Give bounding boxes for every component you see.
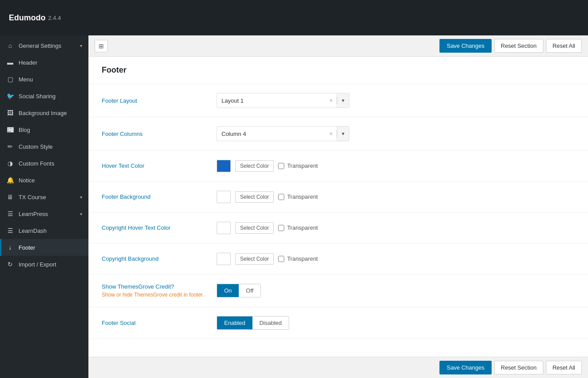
setting-label-footer-layout: Footer Layout bbox=[102, 97, 217, 104]
sidebar-item-header[interactable]: ▬Header bbox=[0, 54, 88, 71]
sidebar-item-general-settings[interactable]: ⌂General Settings▾ bbox=[0, 37, 88, 54]
top-save-button[interactable]: Save Changes bbox=[439, 39, 491, 53]
dropdown-footer-columns[interactable]: Column 4×▾ bbox=[217, 126, 349, 141]
section-title: Footer bbox=[88, 57, 588, 84]
transparent-label-hover-text-color: Transparent bbox=[287, 162, 318, 169]
sidebar-icon-header: ▬ bbox=[6, 58, 14, 66]
select-color-button-hover-text-color[interactable]: Select Color bbox=[235, 160, 274, 172]
setting-label-show-themesgrove-credit: Show ThemesGrove Credit? bbox=[102, 283, 217, 290]
setting-label-hover-text-color: Hover Text Color bbox=[102, 162, 217, 169]
select-color-button-copyright-hover-text-color[interactable]: Select Color bbox=[235, 222, 274, 234]
layout-icon-button[interactable]: ⊞ bbox=[95, 40, 108, 52]
sidebar-label-blog: Blog bbox=[19, 127, 82, 133]
sidebar-item-tx-course[interactable]: 🖥TX Course▾ bbox=[0, 189, 88, 205]
sidebar-icon-footer: ↓ bbox=[6, 243, 14, 251]
dropdown-clear-footer-layout[interactable]: × bbox=[326, 97, 337, 104]
sidebar-icon-custom-style: ✏ bbox=[6, 143, 14, 150]
setting-label-footer-social: Footer Social bbox=[102, 320, 217, 326]
sidebar-label-footer: Footer bbox=[19, 244, 82, 251]
sidebar: ⌂General Settings▾▬Header▢Menu🐦Social Sh… bbox=[0, 35, 88, 378]
transparent-checkbox-hover-text-color[interactable] bbox=[278, 163, 284, 169]
top-reset-section-button[interactable]: Reset Section bbox=[494, 39, 543, 53]
sidebar-item-import-export[interactable]: ↻Import / Export bbox=[0, 256, 88, 273]
transparent-wrapper-hover-text-color: Transparent bbox=[278, 162, 318, 169]
dropdown-footer-layout[interactable]: Layout 1×▾ bbox=[217, 93, 349, 108]
sidebar-icon-background-image: 🖼 bbox=[6, 109, 14, 117]
transparent-checkbox-copyright-hover-text-color[interactable] bbox=[278, 225, 284, 231]
setting-control-copyright-background: Select ColorTransparent bbox=[217, 253, 575, 265]
color-swatch-copyright-hover-text-color[interactable] bbox=[217, 222, 231, 234]
toggle-group-show-themesgrove-credit: OnOff bbox=[217, 284, 261, 297]
chevron-down-icon[interactable]: ▾ bbox=[337, 93, 349, 108]
sidebar-icon-notice: 🔔 bbox=[6, 176, 14, 184]
sidebar-label-import-export: Import / Export bbox=[19, 261, 82, 268]
settings-container: Footer LayoutLayout 1×▾Footer ColumnsCol… bbox=[88, 84, 588, 339]
chevron-down-icon[interactable]: ▾ bbox=[337, 127, 349, 141]
setting-row-footer-layout: Footer LayoutLayout 1×▾ bbox=[88, 84, 588, 117]
sidebar-label-general-settings: General Settings bbox=[19, 42, 76, 49]
content-area: ⊞ Save Changes Reset Section Reset All F… bbox=[88, 35, 588, 378]
setting-control-copyright-hover-text-color: Select ColorTransparent bbox=[217, 222, 575, 234]
sidebar-icon-learndash: ☰ bbox=[6, 227, 14, 235]
select-color-button-footer-background[interactable]: Select Color bbox=[235, 191, 274, 203]
sidebar-label-learndash: LearnDash bbox=[19, 228, 82, 234]
color-swatch-copyright-background[interactable] bbox=[217, 253, 231, 265]
sidebar-item-menu[interactable]: ▢Menu bbox=[0, 71, 88, 88]
toggle-btn-footer-social-enabled[interactable]: Enabled bbox=[217, 316, 252, 329]
transparent-wrapper-copyright-hover-text-color: Transparent bbox=[278, 224, 318, 231]
sidebar-label-notice: Notice bbox=[19, 177, 82, 184]
setting-control-show-themesgrove-credit: OnOff bbox=[217, 284, 575, 297]
setting-control-footer-columns: Column 4×▾ bbox=[217, 126, 575, 141]
bottom-reset-all-button[interactable]: Reset All bbox=[546, 361, 582, 374]
sidebar-item-notice[interactable]: 🔔Notice bbox=[0, 172, 88, 189]
setting-row-show-themesgrove-credit: Show ThemesGrove Credit?Show or hide The… bbox=[88, 274, 588, 307]
bottom-toolbar: Save Changes Reset Section Reset All bbox=[88, 357, 588, 378]
sidebar-item-footer[interactable]: ↓Footer bbox=[0, 239, 88, 256]
chevron-down-icon: ▾ bbox=[80, 195, 82, 200]
sidebar-item-learndash[interactable]: ☰LearnDash bbox=[0, 222, 88, 239]
app-name: Edumodo bbox=[9, 13, 46, 23]
color-swatch-footer-background[interactable] bbox=[217, 191, 231, 203]
sidebar-item-learnpress[interactable]: ☰LearnPress▾ bbox=[0, 205, 88, 222]
sidebar-item-social-sharing[interactable]: 🐦Social Sharing bbox=[0, 88, 88, 104]
setting-control-hover-text-color: Select ColorTransparent bbox=[217, 160, 575, 172]
select-color-button-copyright-background[interactable]: Select Color bbox=[235, 253, 274, 265]
setting-label-copyright-hover-text-color: Copyright Hover Text Color bbox=[102, 224, 217, 231]
sidebar-label-header: Header bbox=[19, 59, 82, 66]
toggle-btn-show-themesgrove-credit-off[interactable]: Off bbox=[239, 284, 260, 297]
setting-label-footer-columns: Footer Columns bbox=[102, 131, 217, 137]
color-swatch-hover-text-color[interactable] bbox=[217, 160, 231, 172]
toggle-btn-show-themesgrove-credit-on[interactable]: On bbox=[217, 284, 239, 297]
sidebar-item-blog[interactable]: 📰Blog bbox=[0, 121, 88, 138]
dropdown-clear-footer-columns[interactable]: × bbox=[326, 130, 337, 137]
transparent-checkbox-footer-background[interactable] bbox=[278, 194, 284, 200]
sidebar-item-background-image[interactable]: 🖼Background Image bbox=[0, 104, 88, 121]
sidebar-label-learnpress: LearnPress bbox=[19, 211, 76, 217]
sidebar-icon-menu: ▢ bbox=[6, 75, 14, 83]
sidebar-item-custom-fonts[interactable]: ◑Custom Fonts bbox=[0, 155, 88, 172]
sidebar-icon-import-export: ↻ bbox=[6, 260, 14, 268]
transparent-checkbox-copyright-background[interactable] bbox=[278, 256, 284, 262]
transparent-label-copyright-hover-text-color: Transparent bbox=[287, 224, 318, 231]
bottom-reset-section-button[interactable]: Reset Section bbox=[494, 361, 543, 374]
sidebar-icon-general-settings: ⌂ bbox=[6, 42, 14, 50]
main-layout: ⌂General Settings▾▬Header▢Menu🐦Social Sh… bbox=[0, 35, 588, 378]
bottom-save-button[interactable]: Save Changes bbox=[439, 361, 491, 374]
dropdown-value-footer-layout: Layout 1 bbox=[217, 97, 326, 104]
toggle-group-footer-social: EnabledDisabled bbox=[217, 316, 289, 330]
setting-control-footer-social: EnabledDisabled bbox=[217, 316, 575, 330]
transparent-wrapper-footer-background: Transparent bbox=[278, 193, 318, 200]
sidebar-icon-social-sharing: 🐦 bbox=[6, 92, 14, 100]
transparent-wrapper-copyright-background: Transparent bbox=[278, 255, 318, 262]
setting-row-footer-social: Footer SocialEnabledDisabled bbox=[88, 307, 588, 339]
setting-subtext-show-themesgrove-credit: Show or hide ThemesGrove credit in foote… bbox=[102, 292, 217, 298]
sidebar-icon-custom-fonts: ◑ bbox=[6, 159, 14, 167]
top-reset-all-button[interactable]: Reset All bbox=[546, 39, 582, 53]
sidebar-label-custom-fonts: Custom Fonts bbox=[19, 160, 82, 167]
sidebar-item-custom-style[interactable]: ✏Custom Style bbox=[0, 138, 88, 155]
transparent-label-copyright-background: Transparent bbox=[287, 255, 318, 262]
sidebar-icon-blog: 📰 bbox=[6, 126, 14, 134]
sidebar-label-tx-course: TX Course bbox=[19, 194, 76, 201]
toggle-btn-footer-social-disabled[interactable]: Disabled bbox=[252, 316, 289, 329]
sidebar-label-menu: Menu bbox=[19, 76, 82, 83]
